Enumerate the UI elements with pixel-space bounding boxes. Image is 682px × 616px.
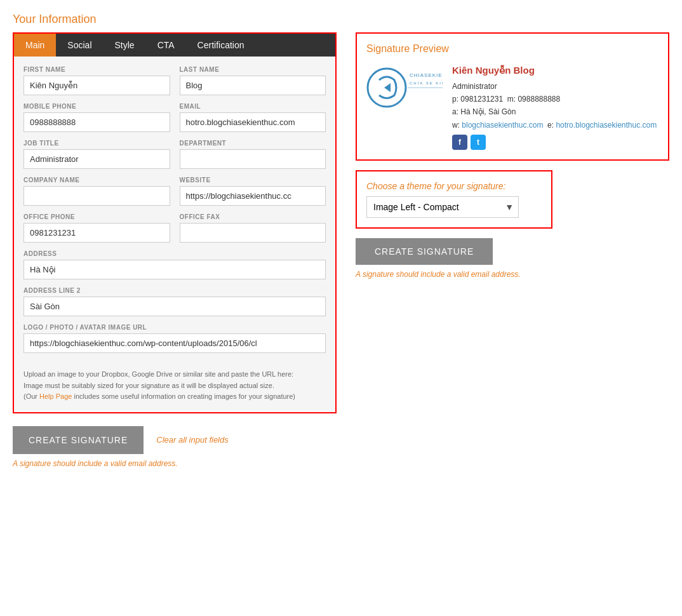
mobile-phone-input[interactable] — [23, 112, 170, 132]
logo-row: LOGO / PHOTO / AVATAR IMAGE URL — [23, 324, 326, 353]
office-fax-label: OFFICE FAX — [180, 213, 326, 220]
email-link[interactable]: hotro.blogchiasekienthuc.com — [556, 121, 657, 130]
logo-group: LOGO / PHOTO / AVATAR IMAGE URL — [23, 324, 326, 353]
clear-fields-link[interactable]: Clear all input fields — [156, 435, 228, 445]
job-title-input[interactable] — [23, 149, 170, 169]
help-page-link[interactable]: Help Page — [39, 392, 72, 400]
theme-select[interactable]: Image Left - Compact Image Left Image Ri… — [366, 196, 519, 218]
svg-text:CHIA SE KIEN THUC: CHIA SE KIEN THUC — [410, 81, 443, 85]
create-signature-button-top[interactable]: CREATE SIGNATURE — [356, 238, 493, 265]
left-panel: Main Social Style CTA Certification FIRS… — [13, 32, 337, 413]
tab-social[interactable]: Social — [56, 34, 103, 57]
company-website-row: COMPANY NAME WEBSITE — [23, 177, 326, 206]
last-name-label: LAST NAME — [180, 66, 326, 73]
mobile-phone-group: MOBILE PHONE — [23, 103, 170, 132]
logo-label: LOGO / PHOTO / AVATAR IMAGE URL — [23, 324, 326, 331]
sig-social: f t — [452, 135, 657, 150]
mobile-phone-label: MOBILE PHONE — [23, 103, 170, 110]
name-row: FIRST NAME LAST NAME — [23, 66, 326, 95]
last-name-group: LAST NAME — [180, 66, 326, 95]
company-name-group: COMPANY NAME — [23, 177, 170, 206]
upload-note-line3: (Our Help Page includes some useful info… — [23, 391, 326, 403]
first-name-input[interactable] — [23, 76, 170, 95]
tab-style[interactable]: Style — [104, 34, 146, 57]
upload-note-line1: Upload an image to your Dropbox, Google … — [23, 369, 326, 380]
form-container: Main Social Style CTA Certification FIRS… — [13, 32, 337, 413]
signature-preview-box: Signature Preview CHIASEKIENTHUC CHIA SE… — [356, 32, 669, 161]
right-panel: Signature Preview CHIASEKIENTHUC CHIA SE… — [356, 32, 669, 279]
job-title-label: JOB TITLE — [23, 140, 170, 147]
office-phone-group: OFFICE PHONE — [23, 213, 170, 243]
bottom-section: CREATE SIGNATURE Clear all input fields — [13, 426, 669, 454]
tab-certification[interactable]: Certification — [186, 34, 256, 57]
logo-input[interactable] — [23, 333, 326, 353]
website-group: WEBSITE — [180, 177, 326, 206]
theme-box: Choose a theme for your signature: Image… — [356, 170, 552, 229]
phone-m-label: m: — [507, 95, 518, 104]
department-label: DEPARTMENT — [180, 140, 326, 147]
web-e-label: e: — [547, 121, 556, 130]
address-a-label: a: — [452, 107, 460, 116]
address-label: ADDRESS — [23, 250, 326, 257]
office-row: OFFICE PHONE OFFICE FAX — [23, 213, 326, 243]
address2-input[interactable] — [23, 297, 326, 316]
address-input[interactable] — [23, 260, 326, 279]
sig-address: a: Hà Nội, Sài Gòn — [452, 105, 657, 118]
website-link[interactable]: blogchiasekienthuc.com — [462, 121, 543, 130]
first-name-group: FIRST NAME — [23, 66, 170, 95]
signature-details: Kiên Nguyễn Blog Administrator p: 098123… — [452, 62, 657, 150]
email-group: EMAIL — [180, 103, 326, 132]
phone-p-label: p: — [452, 95, 460, 104]
job-title-group: JOB TITLE — [23, 140, 170, 169]
email-input[interactable] — [180, 112, 326, 132]
web-w-label: w: — [452, 121, 462, 130]
office-fax-input[interactable] — [180, 223, 326, 243]
job-dept-row: JOB TITLE DEPARTMENT — [23, 140, 326, 169]
signature-logo: CHIASEKIENTHUC CHIA SE KIEN THUC — [366, 62, 443, 113]
email-label: EMAIL — [180, 103, 326, 110]
website-input[interactable] — [180, 186, 326, 206]
tabs-bar: Main Social Style CTA Certification — [14, 34, 335, 57]
upload-note-line2: Image must be suitably sized for your si… — [23, 380, 326, 392]
website-label: WEBSITE — [180, 177, 326, 184]
address2-group: ADDRESS LINE 2 — [23, 287, 326, 316]
upload-note: Upload an image to your Dropbox, Google … — [14, 364, 335, 403]
sig-job: Administrator — [452, 80, 657, 93]
sig-name: Kiên Nguyễn Blog — [452, 62, 657, 79]
company-name-input[interactable] — [23, 186, 170, 206]
page-title: Your Information — [13, 13, 669, 26]
mobile-email-row: MOBILE PHONE EMAIL — [23, 103, 326, 132]
svg-text:CHIASEKIENTHUC: CHIASEKIENTHUC — [410, 72, 443, 78]
office-phone-input[interactable] — [23, 223, 170, 243]
company-name-label: COMPANY NAME — [23, 177, 170, 184]
facebook-icon[interactable]: f — [452, 135, 467, 150]
form-body: FIRST NAME LAST NAME MOBILE PHONE — [14, 57, 335, 364]
address2-label: ADDRESS LINE 2 — [23, 287, 326, 294]
office-phone-label: OFFICE PHONE — [23, 213, 170, 220]
signature-warning-bottom: A signature should include a valid email… — [13, 459, 669, 468]
theme-select-wrapper: Image Left - Compact Image Left Image Ri… — [366, 196, 519, 218]
sig-web: w: blogchiasekienthuc.com e: hotro.blogc… — [452, 119, 657, 131]
office-fax-group: OFFICE FAX — [180, 213, 326, 243]
tab-cta[interactable]: CTA — [146, 34, 186, 57]
last-name-input[interactable] — [180, 76, 326, 95]
create-signature-button-bottom[interactable]: CREATE SIGNATURE — [13, 426, 144, 454]
department-group: DEPARTMENT — [180, 140, 326, 169]
signature-warning-top: A signature should include a valid email… — [356, 270, 669, 279]
first-name-label: FIRST NAME — [23, 66, 170, 73]
twitter-icon[interactable]: t — [471, 135, 486, 150]
address-row: ADDRESS — [23, 250, 326, 279]
signature-preview-title: Signature Preview — [366, 43, 659, 55]
theme-label: Choose a theme for your signature: — [366, 181, 542, 191]
signature-content: CHIASEKIENTHUC CHIA SE KIEN THUC Kiên Ng… — [366, 62, 659, 150]
address-group: ADDRESS — [23, 250, 326, 279]
department-input[interactable] — [180, 149, 326, 169]
sig-phone: p: 0981231231 m: 0988888888 — [452, 93, 657, 105]
tab-main[interactable]: Main — [14, 34, 56, 57]
address2-row: ADDRESS LINE 2 — [23, 287, 326, 316]
